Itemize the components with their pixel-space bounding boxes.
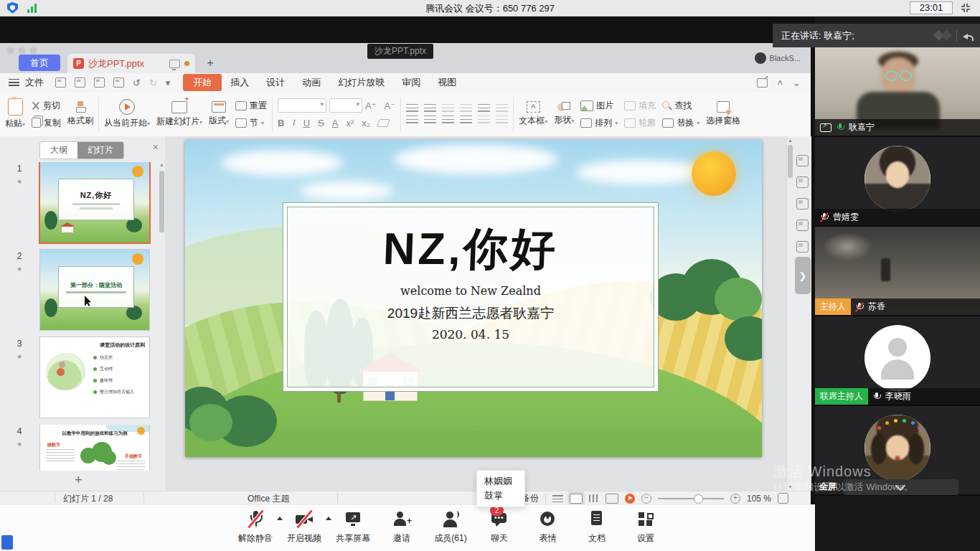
ribbon-tab-设计[interactable]: 设计 — [258, 75, 293, 90]
toolbar-button-members[interactable]: 成员(61) — [426, 509, 475, 545]
ribbon-tab-幻灯片放映[interactable]: 幻灯片放映 — [329, 75, 393, 90]
section-button[interactable]: 节▾ — [235, 116, 267, 130]
text-box-button[interactable]: A 文本框▾ — [519, 95, 547, 133]
slide-sorter-icon[interactable] — [589, 494, 599, 502]
toolbar-button-invite[interactable]: +邀请 — [377, 509, 426, 545]
wps-home-button[interactable]: 首页 — [19, 55, 60, 71]
font-name-select[interactable] — [278, 98, 326, 113]
participant-tile-苏香[interactable]: 主持人苏香 — [815, 227, 980, 316]
ribbon-tab-动画[interactable]: 动画 — [293, 75, 329, 90]
properties-pane-icon[interactable] — [796, 220, 809, 231]
increase-indent-icon[interactable] — [460, 104, 472, 113]
align-right-icon[interactable] — [442, 116, 454, 124]
zoom-in-icon[interactable]: + — [730, 494, 740, 504]
toolbar-button-document[interactable]: 文档 — [573, 509, 621, 545]
chat-notification-popup[interactable]: 林姻姻 鼓掌 — [476, 470, 525, 507]
participant-tile-耿嘉宁[interactable]: 耿嘉宁 — [815, 47, 980, 137]
ribbon-tab-审阅[interactable]: 审阅 — [393, 75, 429, 90]
qat-dropdown-icon[interactable]: ▾ — [166, 77, 171, 88]
layout-pane-icon[interactable] — [796, 176, 809, 188]
play-from-current-button[interactable]: 从当前开始▾ — [104, 95, 150, 133]
increase-font-button[interactable]: A⁺ — [365, 100, 377, 111]
collapse-ribbon-icon[interactable]: ˄ — [778, 77, 783, 88]
taskbar-app-icon[interactable] — [1, 535, 13, 550]
print-preview-icon[interactable] — [113, 77, 124, 88]
find-button[interactable]: 查找 — [662, 98, 699, 113]
menu-burger-icon[interactable] — [9, 79, 19, 86]
slideshow-play-icon[interactable] — [625, 494, 635, 504]
canvas-scrollbar[interactable]: ▲ ▼ — [787, 136, 793, 491]
strikethrough-button[interactable]: S — [318, 118, 324, 128]
fit-window-icon[interactable] — [778, 493, 788, 504]
superscript-button[interactable]: x² — [347, 118, 354, 128]
add-slide-button[interactable]: + — [75, 473, 83, 488]
replace-button[interactable]: 替换▾ — [662, 116, 699, 130]
arrange-button[interactable]: 排列▾ — [580, 116, 618, 130]
toolbar-button-settings[interactable]: 设置 — [621, 509, 670, 545]
toolbar-button-chat[interactable]: •••2聊天 — [475, 509, 524, 545]
copy-button[interactable]: 复制 — [32, 116, 61, 130]
slide-canvas[interactable]: NZ,你好 welcome to New Zealnd 2019赴新西兰志愿者耿… — [165, 136, 786, 491]
notes-icon[interactable] — [552, 495, 563, 502]
reading-view-icon[interactable] — [606, 494, 618, 504]
normal-view-icon[interactable] — [570, 494, 583, 504]
new-tab-button[interactable]: + — [207, 56, 214, 70]
transition-pane-icon[interactable] — [796, 155, 809, 166]
new-slide-button[interactable]: 新建幻灯片▾ — [156, 95, 202, 133]
zoom-slider-handle[interactable] — [694, 494, 703, 504]
animation-pane-icon[interactable] — [796, 198, 809, 209]
italic-button[interactable]: I — [292, 117, 295, 128]
align-left-icon[interactable] — [406, 116, 418, 124]
tab-outline[interactable]: 大纲 — [40, 142, 77, 159]
cut-button[interactable]: 剪切 — [32, 98, 61, 113]
toolbar-button-mic[interactable]: 解除静音 — [231, 509, 280, 545]
slide-thumbnail-2[interactable]: 第一部分：随堂活动 — [40, 250, 149, 330]
participant-tile-曾婧雯[interactable]: 曾婧雯 — [815, 137, 980, 227]
zoom-out-icon[interactable]: − — [641, 494, 651, 504]
columns-icon[interactable] — [496, 104, 508, 113]
document-tab[interactable]: P 沙龙PPT.pptx — [67, 54, 195, 73]
slide-thumbnail-1[interactable]: NZ,你好 — [40, 162, 149, 242]
fullscreen-label[interactable]: 全屏 — [819, 481, 837, 493]
font-size-select[interactable] — [329, 98, 362, 113]
selection-pane-button[interactable]: 选择窗格 — [706, 95, 740, 133]
decrease-font-button[interactable]: A⁻ — [385, 100, 396, 111]
participant-tile-李晓雨[interactable]: 联席主持人李晓雨 — [815, 316, 980, 406]
undo-icon[interactable]: ↺ — [133, 77, 141, 88]
ribbon-tab-开始[interactable]: 开始 — [183, 74, 222, 91]
current-slide[interactable]: NZ,你好 welcome to New Zealnd 2019赴新西兰志愿者耿… — [185, 140, 762, 457]
outline-button[interactable]: 轮廓 — [624, 116, 656, 130]
slide-title-card[interactable]: NZ,你好 welcome to New Zealnd 2019赴新西兰志愿者耿… — [283, 203, 658, 391]
toolbar-button-emoji[interactable]: 表情 — [524, 509, 573, 545]
redo-icon[interactable]: ↻ — [149, 77, 157, 88]
panel-scrollbar[interactable]: ▲ — [159, 162, 164, 478]
return-arrow-icon[interactable] — [963, 32, 973, 40]
bold-button[interactable]: B — [278, 118, 284, 128]
collapse-window-icon[interactable] — [960, 2, 971, 14]
distribute-icon[interactable] — [478, 116, 490, 124]
panel-close-icon[interactable]: × — [153, 142, 159, 152]
zoom-slider[interactable] — [658, 498, 724, 499]
decrease-indent-icon[interactable] — [442, 104, 454, 113]
toolbar-button-share-screen[interactable]: ↗共享屏幕 — [329, 509, 377, 545]
ribbon-tab-插入[interactable]: 插入 — [222, 75, 258, 90]
justify-icon[interactable] — [460, 116, 472, 124]
account-chip[interactable]: BlackS... — [755, 52, 801, 64]
paste-button[interactable]: 粘贴▾ — [5, 95, 25, 133]
font-color-button[interactable]: A — [332, 118, 339, 128]
align-center-icon[interactable] — [424, 116, 436, 124]
tab-slides[interactable]: 幻灯片 — [77, 142, 123, 159]
toolbar-button-camera[interactable]: 开启视频 — [280, 509, 329, 545]
share-icon[interactable] — [757, 78, 768, 88]
slide-layout-button[interactable]: 版式▾ — [209, 95, 229, 133]
file-menu[interactable]: 文件 — [25, 76, 44, 89]
underline-button[interactable]: U — [303, 118, 310, 128]
ribbon-tab-视图[interactable]: 视图 — [429, 75, 465, 90]
window-control-dots[interactable] — [7, 47, 37, 54]
collapse-sidebar-bar[interactable] — [844, 479, 958, 495]
numbered-list-icon[interactable] — [424, 104, 436, 113]
fill-button[interactable]: 填充 — [624, 98, 656, 113]
clear-format-icon[interactable] — [377, 119, 390, 127]
text-direction-icon[interactable] — [478, 104, 490, 113]
shapes-button[interactable]: 形状▾ — [554, 95, 574, 133]
